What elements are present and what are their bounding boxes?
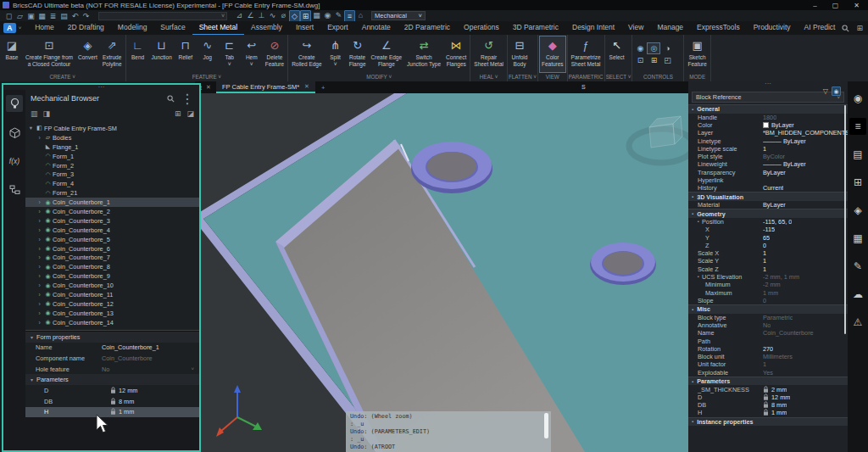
property-row[interactable]: _SM_THICKNESS 2 mm	[688, 385, 848, 393]
tree-item[interactable]: › ▱ Bodies	[25, 133, 199, 142]
ribbon-button[interactable]: ⊟ Unfold Body	[509, 36, 531, 73]
ribbon-tab[interactable]: Insert	[289, 21, 320, 36]
plot-icon[interactable]: ≣	[47, 11, 58, 21]
hatch-icon[interactable]: ▦	[311, 10, 322, 22]
window-control-button[interactable]: ▢	[832, 2, 839, 9]
tree-expander-icon[interactable]: ›	[36, 199, 43, 205]
ribbon-tab[interactable]: Operations	[457, 21, 506, 36]
look-from-wheel-icon[interactable]: ◉	[849, 90, 866, 107]
ribbon-tab[interactable]: AI Predict	[798, 21, 843, 36]
ribbon-tab[interactable]: Design Intent	[565, 21, 621, 36]
search-icon[interactable]	[842, 25, 849, 32]
tree-expander-icon[interactable]: ›	[36, 320, 43, 326]
property-row[interactable]: Transparency ByLayer	[688, 169, 848, 176]
ribbon-button[interactable]: ƒ Parametrize Sheet Metal	[569, 36, 604, 73]
property-row[interactable]: Color ByLayer	[688, 121, 848, 129]
preview-icon[interactable]: ▤	[58, 11, 70, 21]
property-row[interactable]: Maximum 1 mm	[688, 288, 848, 296]
section-header[interactable]: ▪ Parameters	[688, 377, 848, 386]
tree-item[interactable]: ◣ Flange_1	[25, 142, 199, 152]
browser-tool-icon[interactable]: ◨	[43, 109, 51, 118]
parameters-fx-icon[interactable]: f(x)	[6, 153, 23, 170]
ribbon-button[interactable]: ◰	[660, 54, 674, 66]
tree-item[interactable]: ◠ Form_4	[25, 179, 199, 188]
ribbon-button[interactable]: ◎	[647, 42, 660, 54]
tree-expander-icon[interactable]: ›	[36, 227, 43, 233]
ribbon-button[interactable]: ◪ Base	[1, 36, 23, 73]
browser-tool-icon[interactable]: ▥	[31, 109, 38, 118]
ribbon-button[interactable]: ↪ Create Rolled Edge	[289, 36, 324, 73]
tree-expander-icon[interactable]: ›	[36, 264, 43, 270]
property-row[interactable]: Hole feature No ˅	[25, 364, 199, 375]
ribbon-button[interactable]: ⇗ Extrude Polyline	[100, 36, 125, 73]
tree-item[interactable]: › ◉ Coin_Counterbore_4	[25, 226, 199, 235]
ribbon-tab[interactable]: 3D Parametric	[506, 21, 565, 36]
section-header[interactable]: ▪ General	[688, 104, 848, 114]
ribbon-tab[interactable]: Productivity	[747, 21, 798, 36]
tree-expander-icon[interactable]: ›	[36, 209, 43, 215]
property-row[interactable]: Annotative No	[688, 321, 848, 329]
pin-panel-button[interactable]: ◉	[832, 86, 841, 96]
ribbon-tab[interactable]: Assembly	[244, 21, 289, 36]
browser-tool-icon[interactable]: ⊞	[175, 109, 181, 118]
ribbon-button[interactable]: ↩ Hem ˅	[241, 36, 263, 73]
ribbon-button[interactable]: ◆ Color Features	[539, 36, 566, 73]
property-row[interactable]: Name Coin_Counterbore	[688, 329, 848, 337]
tree-item[interactable]: › ◉ Coin_Counterbore_7	[25, 253, 199, 262]
tree-item[interactable]: › ◉ Coin_Counterbore_8	[25, 262, 199, 271]
ribbon-group-label[interactable]: FLATTEN ˅	[509, 73, 537, 81]
tree-item[interactable]: › ◉ Coin_Counterbore_3	[25, 216, 199, 226]
ribbon-button[interactable]: ∠ Create Edge Flange	[369, 36, 405, 73]
parameter-row[interactable]: D 12 mm	[25, 385, 199, 396]
properties-panel-icon[interactable]: ≡	[849, 118, 866, 135]
command-scrollbar-thumb[interactable]	[544, 413, 548, 438]
search-icon[interactable]	[167, 95, 175, 103]
polar-icon[interactable]: ∠	[245, 10, 256, 22]
property-row[interactable]: Plot style ByColor	[688, 153, 848, 160]
property-row[interactable]: D 12 mm	[688, 393, 848, 401]
render-materials-icon[interactable]: ◈	[849, 202, 866, 219]
ribbon-tab[interactable]: Home	[28, 21, 61, 36]
document-tab-active[interactable]: FP Cable Entry Frame-SM* ✕	[216, 81, 315, 93]
filter-icon[interactable]: ▽	[823, 87, 828, 95]
ribbon-group-label[interactable]: CREATE ˅	[1, 73, 125, 81]
ribbon-group-label[interactable]: SELECT ˅	[606, 73, 632, 81]
lightbulb-icon[interactable]	[6, 95, 23, 112]
browser-tool-icon[interactable]: ◪	[186, 109, 194, 118]
tree-item[interactable]: ◠ Form_1	[25, 152, 199, 161]
properties-scrollbar[interactable]	[844, 105, 846, 334]
tree-item[interactable]: › ◉ Coin_Counterbore_5	[25, 235, 199, 244]
workspace-selector[interactable]: Mechanical ˅	[371, 11, 426, 20]
ribbon-tab[interactable]: Modeling	[111, 21, 154, 36]
property-row[interactable]: Linetype scale 1	[688, 145, 848, 153]
parameters-header[interactable]: ▾ Parameters	[25, 374, 199, 385]
tree-expander-icon[interactable]: ›	[36, 282, 43, 288]
tree-item[interactable]: › ◉ Coin_Counterbore_2	[25, 207, 199, 216]
new-document-tab-button[interactable]: +	[315, 81, 331, 93]
ribbon-group-label[interactable]: FEATURE ˅	[127, 73, 287, 81]
ribbon-button[interactable]: ⋈ Connect Flanges	[443, 36, 469, 73]
sketch-icon[interactable]: ✎	[333, 10, 344, 22]
ribbon-button[interactable]: ↖ Select	[606, 36, 628, 73]
property-row[interactable]: ▪ UCS Elevation -2 mm, 1 mm	[688, 273, 848, 281]
redo-icon[interactable]: ↷	[81, 11, 92, 21]
panel-toggle-icon[interactable]: ⊞	[856, 24, 863, 32]
cloud-icon[interactable]: ☁	[849, 286, 866, 303]
tree-item[interactable]: ◠ Form_21	[25, 188, 199, 198]
save-all-icon[interactable]: ▦	[36, 11, 47, 21]
section-header[interactable]: ▪ 3D Visualization	[688, 192, 848, 201]
tree-expander-icon[interactable]: ›	[36, 237, 43, 243]
property-row[interactable]: Name Coin_Counterbore_1	[25, 343, 199, 354]
property-row[interactable]: Unit factor 1	[688, 360, 848, 368]
warnings-icon[interactable]: ⚠	[849, 314, 866, 331]
close-icon[interactable]: ✕	[206, 84, 211, 91]
tree-expander-icon[interactable]: ›	[36, 246, 43, 252]
new-icon[interactable]: ◻	[3, 11, 14, 21]
tree-expander-icon[interactable]: ›	[36, 310, 43, 316]
property-row[interactable]: Material ByLayer	[688, 201, 848, 209]
ribbon-button[interactable]: ◈ Convert	[75, 36, 100, 73]
property-row[interactable]: Lineweight ——— ByLayer	[688, 160, 848, 168]
ribbon-tab[interactable]: View	[621, 21, 650, 36]
property-row[interactable]: History Current	[688, 184, 848, 192]
window-control-button[interactable]: –	[813, 2, 816, 9]
